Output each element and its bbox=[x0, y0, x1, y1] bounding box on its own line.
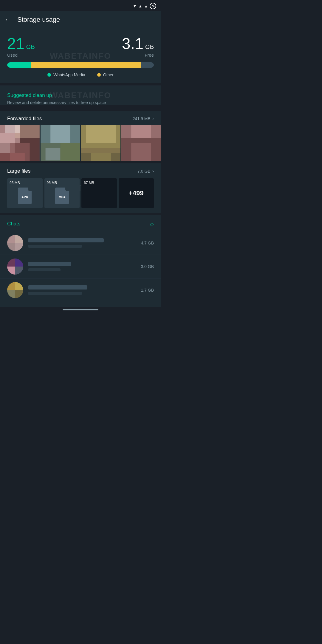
main-content: WABETAINFO 21 GB Used 3.1 GB Free bbox=[0, 29, 161, 307]
svg-rect-15 bbox=[86, 125, 116, 143]
svg-rect-9 bbox=[50, 125, 70, 143]
svg-rect-26 bbox=[15, 243, 23, 251]
apk-icon-container: APK bbox=[10, 186, 40, 206]
forwarded-image-4[interactable] bbox=[121, 125, 161, 161]
svg-rect-6 bbox=[5, 125, 20, 133]
svg-rect-4 bbox=[0, 153, 25, 161]
signal-icon: ▲ bbox=[138, 4, 142, 8]
svg-rect-35 bbox=[15, 290, 23, 298]
chat-avatar-3 bbox=[7, 282, 23, 298]
svg-rect-29 bbox=[15, 258, 23, 267]
more-count-label: +499 bbox=[129, 189, 144, 197]
storage-bar-free bbox=[141, 62, 154, 68]
svg-rect-24 bbox=[15, 235, 23, 243]
apk-size: 95 MB bbox=[10, 181, 20, 185]
suggested-desc: Review and delete unnecessary files to f… bbox=[7, 100, 154, 105]
forwarded-files-section: Forwarded files 241.9 MB › bbox=[0, 111, 161, 161]
forwarded-image-2[interactable] bbox=[41, 125, 80, 161]
file-thumbnails-grid: 95 MB APK 95 MB MP4 67 MB bbox=[7, 178, 154, 208]
used-number: 21 bbox=[7, 36, 24, 51]
chat-name-bar-2 bbox=[28, 262, 71, 266]
status-bar: ▼ ▲ ▲ 74 bbox=[0, 0, 161, 11]
chat-name-bar-1 bbox=[28, 238, 104, 242]
legend-other: Other bbox=[97, 72, 114, 77]
chevron-right-icon: › bbox=[152, 116, 154, 121]
legend-label-whatsapp: WhatsApp Media bbox=[53, 72, 85, 77]
free-number: 3.1 bbox=[122, 36, 143, 51]
legend-dot-teal bbox=[47, 73, 51, 77]
chat-sub-bar-2 bbox=[28, 268, 61, 271]
forwarded-images-grid[interactable] bbox=[0, 125, 161, 161]
free-label: Free bbox=[145, 52, 154, 58]
mp4-doc-icon: MP4 bbox=[55, 188, 69, 204]
used-label: Used bbox=[7, 52, 35, 58]
battery-indicator: 74 bbox=[150, 3, 156, 9]
file-thumb-more[interactable]: +499 bbox=[119, 178, 154, 208]
svg-rect-12 bbox=[45, 148, 60, 160]
signal-icon-2: ▲ bbox=[144, 4, 148, 8]
chat-item-1[interactable]: 4.7 GB bbox=[0, 231, 161, 255]
chats-title: Chats bbox=[7, 221, 20, 227]
forwarded-files-size: 241.9 MB › bbox=[133, 116, 154, 121]
large-files-header[interactable]: Large files 7.0 GB › bbox=[7, 168, 154, 174]
storage-free: 3.1 GB Free bbox=[122, 36, 154, 58]
chat-size-3: 1.7 GB bbox=[141, 288, 154, 292]
chat-item-3[interactable]: 1.7 GB bbox=[0, 278, 161, 302]
file-thumb-67mb[interactable]: 67 MB bbox=[81, 178, 117, 208]
home-indicator bbox=[63, 309, 98, 310]
svg-rect-22 bbox=[131, 143, 151, 161]
chat-info-1 bbox=[28, 238, 136, 248]
forwarded-files-header[interactable]: Forwarded files 241.9 MB › bbox=[0, 111, 161, 125]
mp4-icon-container: MP4 bbox=[47, 186, 78, 206]
storage-stats-section: WABETAINFO 21 GB Used 3.1 GB Free bbox=[0, 29, 161, 83]
chat-sub-bar-1 bbox=[28, 245, 82, 248]
svg-rect-11 bbox=[60, 143, 80, 161]
chats-section: Chats ⌕ 4.7 GB bbox=[0, 215, 161, 307]
svg-rect-34 bbox=[7, 290, 15, 298]
chat-avatar-2 bbox=[7, 258, 23, 275]
chat-info-3 bbox=[28, 285, 136, 295]
storage-bar bbox=[7, 62, 154, 68]
storage-legend: WhatsApp Media Other bbox=[7, 72, 154, 77]
chats-header: Chats ⌕ bbox=[0, 220, 161, 231]
forwarded-image-1[interactable] bbox=[0, 125, 40, 161]
mp4-type-label: MP4 bbox=[58, 195, 65, 199]
suggested-cleanup-section: WABETAINFO Suggested clean up Review and… bbox=[0, 86, 161, 105]
67mb-size: 67 MB bbox=[84, 181, 94, 185]
file-thumb-mp4[interactable]: 95 MB MP4 bbox=[44, 178, 80, 208]
free-unit: GB bbox=[145, 44, 154, 50]
storage-bar-other bbox=[31, 62, 141, 68]
large-files-section: WABETAINFO Large files 7.0 GB › 95 MB AP… bbox=[0, 163, 161, 213]
large-files-title: Large files bbox=[7, 168, 30, 174]
chat-sub-bar-3 bbox=[28, 292, 82, 295]
svg-rect-23 bbox=[7, 235, 15, 243]
chat-item-2[interactable]: 3.0 GB bbox=[0, 255, 161, 278]
chat-size-1: 4.7 GB bbox=[141, 241, 154, 245]
svg-rect-30 bbox=[7, 267, 15, 275]
chat-avatar-1 bbox=[7, 235, 23, 251]
storage-numbers: 21 GB Used 3.1 GB Free bbox=[7, 36, 154, 58]
forwarded-image-3[interactable] bbox=[81, 125, 121, 161]
svg-rect-33 bbox=[15, 282, 23, 290]
svg-rect-32 bbox=[7, 282, 15, 290]
apk-doc-icon: APK bbox=[18, 188, 32, 204]
svg-rect-28 bbox=[7, 258, 15, 267]
mp4-size: 95 MB bbox=[47, 181, 57, 185]
apk-type-label: APK bbox=[21, 195, 28, 199]
storage-bar-used bbox=[7, 62, 31, 68]
storage-used: 21 GB Used bbox=[7, 36, 35, 58]
search-button[interactable]: ⌕ bbox=[150, 220, 154, 228]
forwarded-files-title: Forwarded files bbox=[7, 116, 42, 122]
svg-rect-25 bbox=[7, 243, 15, 251]
legend-label-other: Other bbox=[103, 72, 114, 77]
file-thumb-apk[interactable]: 95 MB APK bbox=[7, 178, 43, 208]
chat-info-2 bbox=[28, 262, 136, 271]
legend-dot-yellow bbox=[97, 73, 101, 77]
page-title: Storage usage bbox=[17, 16, 60, 24]
back-button[interactable]: ← bbox=[5, 16, 11, 24]
large-files-chevron-icon: › bbox=[152, 168, 154, 174]
chat-name-bar-3 bbox=[28, 285, 87, 290]
legend-whatsapp-media: WhatsApp Media bbox=[47, 72, 85, 77]
svg-rect-20 bbox=[131, 125, 151, 138]
large-files-size: 7.0 GB › bbox=[137, 168, 154, 174]
